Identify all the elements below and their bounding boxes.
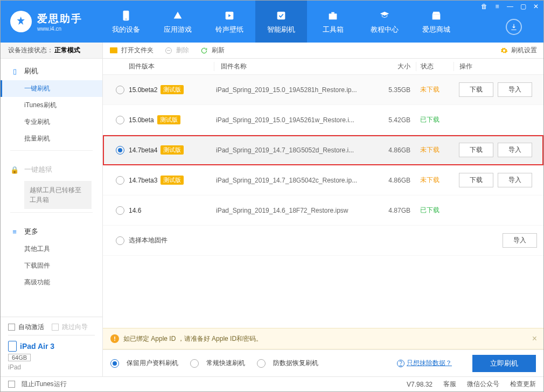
sidebar-item-0-0[interactable]: 一键刷机 (1, 80, 102, 97)
cell-size: 4.86GB (378, 146, 416, 154)
row-radio[interactable] (116, 86, 124, 94)
skip-guide-checkbox[interactable] (52, 324, 59, 331)
main: 打开文件夹 删除 刷新 刷机设置 (103, 43, 543, 376)
question-icon: ? (397, 360, 404, 367)
customer-service-link[interactable]: 客服 (443, 380, 456, 389)
firmware-row[interactable]: 14.7beta4测试版iPad_Spring_2019_14.7_18G505… (103, 135, 543, 165)
opt-normal[interactable]: 常规快速刷机 (190, 359, 245, 368)
erase-data-link[interactable]: ? 只想抹除数据？ (397, 359, 452, 368)
row-radio[interactable] (116, 206, 124, 215)
download-button[interactable]: 下载 (459, 143, 493, 157)
connection-status: 设备连接状态： 正常模式 (1, 43, 102, 59)
firmware-row[interactable]: 14.6iPad_Spring_2019_14.6_18F72_Restore.… (103, 195, 543, 226)
auto-activate-checkbox[interactable] (8, 324, 15, 331)
phone-icon: ▯ (10, 67, 19, 75)
refresh-button[interactable]: 刷新 (200, 46, 225, 55)
firmware-row[interactable]: 15.0beta测试版iPad_Spring_2019_15.0_19A5261… (103, 105, 543, 135)
warning-icon: ! (110, 334, 119, 343)
cell-size: 5.42GB (378, 116, 416, 124)
sidebar-item-0-2[interactable]: 专业刷机 (1, 114, 102, 130)
import-button[interactable]: 导入 (503, 233, 537, 248)
cell-state: 未下载 (416, 85, 454, 94)
download-button[interactable]: 下载 (459, 173, 493, 187)
svg-rect-6 (433, 14, 441, 19)
sidebar-item-0-3[interactable]: 批量刷机 (1, 130, 102, 147)
firmware-row[interactable]: 15.0beta2测试版iPad_Spring_2019_15.0_19A528… (103, 75, 543, 105)
open-folder-button[interactable]: 打开文件夹 (109, 46, 154, 55)
import-button[interactable]: 导入 (498, 173, 532, 187)
block-itunes-checkbox[interactable] (8, 381, 15, 388)
side-group-1[interactable]: 🔒一键越狱 (1, 160, 102, 179)
titlebar-trash-icon[interactable]: 🗑 (480, 3, 489, 10)
titlebar-minimize-icon[interactable]: ― (506, 3, 514, 10)
svg-rect-5 (331, 12, 334, 14)
body: 设备连接状态： 正常模式 ▯刷机一键刷机iTunes刷机专业刷机批量刷机🔒一键越… (1, 43, 543, 376)
sidebar-item-2-1[interactable]: 下载固件 (1, 257, 102, 274)
titlebar-close-icon[interactable]: ✕ (532, 3, 540, 10)
app-name: 爱思助手 (37, 12, 82, 26)
tab-device[interactable]: 我的设备 (100, 1, 152, 43)
sidebar-item-2-0[interactable]: 其他工具 (1, 241, 102, 257)
firmware-row[interactable]: 14.7beta3测试版iPad_Spring_2019_14.7_18G504… (103, 165, 543, 195)
tools-icon (326, 9, 340, 23)
header: 爱思助手 www.i4.cn 我的设备应用游戏铃声壁纸智能刷机工具箱教程中心爱思… (1, 1, 543, 43)
delete-button[interactable]: 删除 (164, 46, 189, 55)
cell-version: 14.7beta4测试版 (129, 145, 210, 155)
logo-icon (10, 11, 32, 32)
row-radio[interactable] (116, 146, 124, 155)
conn-mode: 正常模式 (54, 46, 80, 55)
side-group-0[interactable]: ▯刷机 (1, 62, 102, 80)
svg-rect-3 (277, 12, 285, 20)
app-url: www.i4.cn (37, 26, 82, 32)
flash-settings-button[interactable]: 刷机设置 (500, 46, 537, 55)
cell-state: 未下载 (416, 145, 454, 155)
tutorial-icon (378, 9, 392, 23)
import-button[interactable]: 导入 (498, 143, 532, 157)
store-icon (429, 9, 443, 23)
delete-icon (165, 47, 172, 54)
wechat-link[interactable]: 微信公众号 (467, 380, 499, 389)
radio-icon (190, 359, 199, 368)
notice-close-icon[interactable]: × (532, 334, 537, 344)
flash-icon (274, 9, 288, 23)
opt-keep-data[interactable]: 保留用户资料刷机 (110, 359, 178, 368)
refresh-icon (200, 46, 208, 55)
local-firmware-row[interactable]: 选择本地固件导入 (103, 226, 543, 256)
sidebar-item-0-1[interactable]: iTunes刷机 (1, 97, 102, 114)
device-capacity: 64GB (8, 354, 31, 361)
import-button[interactable]: 导入 (498, 82, 532, 97)
check-update-link[interactable]: 检查更新 (510, 380, 536, 389)
row-radio[interactable] (116, 176, 124, 185)
download-button[interactable]: 下载 (459, 82, 493, 97)
conn-label: 设备连接状态： (8, 46, 53, 55)
titlebar-menu-icon[interactable]: ≡ (493, 3, 501, 10)
row-radio[interactable] (116, 116, 124, 124)
svg-point-1 (125, 19, 127, 20)
folder-icon (110, 47, 117, 53)
tab-apps[interactable]: 应用游戏 (152, 1, 204, 43)
cell-name: iPad_Spring_2019_15.0_19A5261w_Restore.i… (210, 116, 378, 124)
flash-now-button[interactable]: 立即刷机 (472, 355, 536, 372)
tab-tutorial[interactable]: 教程中心 (359, 1, 410, 43)
titlebar-maximize-icon[interactable]: ▢ (519, 3, 527, 10)
cell-version: 14.7beta3测试版 (129, 176, 210, 185)
th-name: 固件名称 (214, 62, 378, 71)
opt-antiloss[interactable]: 防数据恢复刷机 (257, 359, 318, 368)
sidebar-item-2-2[interactable]: 高级功能 (1, 274, 102, 291)
apple-id-notice: ! 如已绑定 Apple ID ，请准备好 Apple ID和密码。 × (103, 328, 543, 349)
download-manager-icon[interactable] (506, 19, 522, 35)
tab-flash[interactable]: 智能刷机 (255, 1, 307, 43)
device-name[interactable]: iPad Air 3 (8, 341, 95, 352)
sidebar-scroll: ▯刷机一键刷机iTunes刷机专业刷机批量刷机🔒一键越狱越狱工具已转移至工具箱≡… (1, 59, 102, 317)
th-op: 操作 (454, 62, 537, 71)
logo-block: 爱思助手 www.i4.cn (1, 1, 100, 43)
tab-tools[interactable]: 工具箱 (307, 1, 359, 43)
table-header: 固件版本 固件名称 大小 状态 操作 (103, 59, 543, 75)
firmware-rows: 15.0beta2测试版iPad_Spring_2019_15.0_19A528… (103, 75, 543, 328)
row-radio[interactable] (116, 236, 124, 245)
tab-ring[interactable]: 铃声壁纸 (204, 1, 255, 43)
beta-badge: 测试版 (157, 115, 180, 124)
sidebar: 设备连接状态： 正常模式 ▯刷机一键刷机iTunes刷机专业刷机批量刷机🔒一键越… (1, 43, 103, 376)
side-group-2[interactable]: ≡更多 (1, 222, 102, 241)
tab-store[interactable]: 爱思商城 (410, 1, 462, 43)
